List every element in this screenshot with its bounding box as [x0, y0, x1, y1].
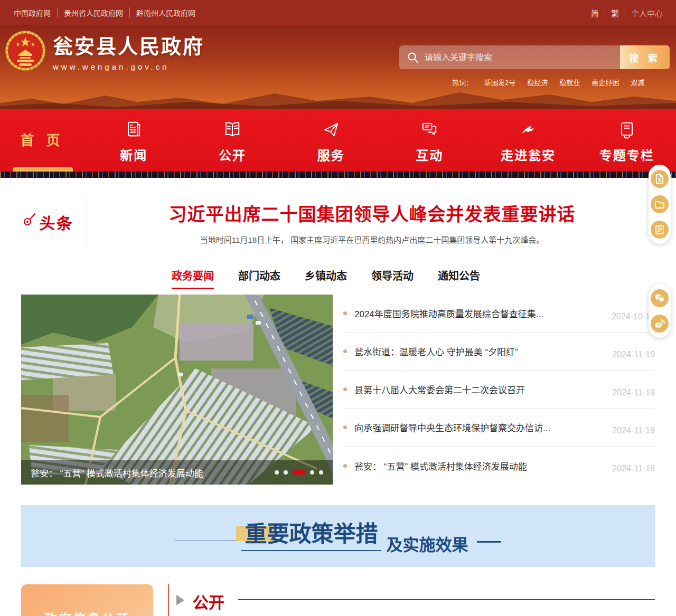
policy-banner[interactable]: 重要政策举措 及实施效果 [21, 505, 655, 567]
carousel-dot[interactable] [275, 470, 279, 475]
news-row[interactable]: 瓮安： “五营” 模式激活村集体经济发展动能 2024-11-18 [343, 447, 655, 485]
policy-banner-subtitle: 及实施效果 [387, 532, 468, 555]
topbar: 中国政府网 贵州省人民政府网 黔南州人民政府网 简 繁 个人中心 [0, 0, 676, 25]
news-date: 2024-11-19 [612, 350, 655, 359]
nav-item-news[interactable]: 新闻 [84, 109, 183, 172]
red-vertical-divider [168, 584, 169, 616]
news-title: 瓮水街道：温暖老人心 守护最美 “夕阳红” [354, 345, 603, 358]
news-doc-icon[interactable] [651, 221, 669, 239]
nav-label: 服务 [317, 145, 345, 164]
carousel-dot[interactable] [284, 470, 288, 475]
carousel-dots [275, 470, 323, 475]
pin-icon [22, 211, 37, 227]
news-date: 2024-11-19 [612, 426, 655, 435]
wechat-icon[interactable] [651, 289, 669, 307]
newspaper-icon [123, 119, 144, 140]
nav-label: 公开 [219, 145, 246, 164]
news-title: 向承强调研督导中央生态环境保护督察交办信访... [354, 421, 603, 434]
link-guizhou-gov[interactable]: 贵州省人民政府网 [57, 7, 129, 18]
carousel-dot-active[interactable] [293, 470, 305, 475]
paper-plane-icon [321, 119, 342, 140]
user-links: 简 繁 个人中心 [585, 7, 669, 18]
news-row[interactable]: 县第十八届人大常委会第二十二次会议召开 2024-11-19 [343, 371, 655, 409]
brand-text: 瓮安县人民政府 www.wengan.gov.cn [53, 30, 204, 71]
hot-words-label: 热词： [452, 77, 473, 87]
chat-bubbles-icon [419, 119, 440, 140]
headline-badge: 头条 [11, 211, 84, 234]
bullet-dot [343, 387, 347, 391]
carousel-caption-bar: 瓮安： “五营” 模式激活村集体经济发展动能 [21, 460, 333, 485]
hot-word[interactable]: 稳就业 [559, 77, 580, 87]
link-qiannan-gov[interactable]: 黔南州人民政府网 [129, 7, 202, 18]
carousel[interactable]: 瓮安： “五营” 模式激活村集体经济发展动能 [21, 295, 333, 485]
news-title: 县第十八届人大常委会第二十二次会议召开 [354, 383, 603, 396]
news-tabs: 政务要闻 部门动态 乡镇动态 领导活动 通知公告 [0, 268, 676, 289]
headline-subtitle: 当地时间11月18日上午， 国家主席习近平在巴西里约热内卢出席二十国集团领导人第… [89, 234, 655, 245]
hot-words-row: 热词： 新国发2号 稳经济 稳就业 惠企纾困 双减 [399, 77, 670, 87]
nav-label: 互动 [416, 145, 443, 164]
red-horizontal-rule [238, 599, 655, 600]
news-row[interactable]: 2024年度国务院推动高质量发展综合督查征集... 2024-10-16 [343, 295, 655, 333]
carousel-dot[interactable] [319, 470, 323, 475]
floating-tools-top [649, 165, 671, 244]
site-brand[interactable]: 瓮安县人民政府 www.wengan.gov.cn [4, 30, 204, 72]
tab-tongzhi-gonggao[interactable]: 通知公告 [438, 268, 480, 289]
news-row[interactable]: 向承强调研督导中央生态环境保护督察交办信访... 2024-11-19 [343, 409, 655, 447]
bullet-dot [343, 349, 347, 353]
nav-label: 走进瓮安 [501, 145, 556, 164]
bullet-dot [343, 311, 347, 315]
banner-left-line [175, 540, 239, 541]
nav-item-open[interactable]: 公开 [183, 109, 282, 172]
hot-word[interactable]: 新国发2号 [484, 77, 515, 87]
tab-xiangzhen-dongtai[interactable]: 乡镇动态 [305, 268, 347, 289]
national-emblem-logo [4, 30, 46, 72]
document-icon[interactable] [651, 170, 669, 188]
bullet-dot [343, 425, 347, 429]
carousel-caption[interactable]: 瓮安： “五营” 模式激活村集体经济发展动能 [31, 466, 275, 479]
lang-traditional[interactable]: 繁 [605, 7, 625, 18]
nav-label: 专题专栏 [599, 145, 654, 164]
headline-badge-label: 头条 [39, 211, 74, 234]
bullet-dot [343, 464, 347, 468]
news-columns: 瓮安： “五营” 模式激活村集体经济发展动能 2024年度国务院推动高质量发展综… [0, 289, 676, 485]
folder-icon[interactable] [651, 195, 669, 213]
policy-banner-inner: 重要政策举措 及实施效果 [175, 505, 501, 567]
search-button[interactable]: 搜 索 [620, 45, 670, 69]
tab-zhengwu-yaowen[interactable]: 政务要闻 [172, 268, 214, 289]
news-title: 瓮安： “五营” 模式激活村集体经济发展动能 [354, 459, 603, 472]
tab-bumen-dongtai[interactable]: 部门动态 [238, 268, 280, 289]
link-china-gov[interactable]: 中国政府网 [7, 7, 57, 18]
main-navigation: 首 页 新闻 公开 [0, 109, 676, 172]
floating-tools-share [649, 284, 671, 338]
gov-info-disclosure-button[interactable]: 政府信息公开 [21, 584, 153, 616]
nav-item-interaction[interactable]: 互动 [380, 109, 479, 172]
open-section-title[interactable]: 公开 [193, 590, 224, 616]
tab-lingdao-huodong[interactable]: 领导活动 [371, 268, 414, 289]
weibo-icon[interactable] [651, 315, 669, 333]
open-section: 政府信息公开 公开 [0, 584, 676, 616]
arrow-right-icon [176, 595, 184, 605]
hot-word[interactable]: 惠企纾困 [592, 77, 619, 87]
personal-center-link[interactable]: 个人中心 [625, 7, 669, 18]
open-book-icon [222, 119, 243, 140]
lang-simplified[interactable]: 简 [585, 7, 605, 18]
page: 中国政府网 贵州省人民政府网 黔南州人民政府网 简 繁 个人中心 [0, 0, 676, 616]
headline-main: 习近平出席二十国集团领导人峰会并发表重要讲话 当地时间11月18日上午， 国家主… [89, 200, 655, 245]
nav-item-services[interactable]: 服务 [281, 109, 380, 172]
nav-item-home[interactable]: 首 页 [0, 109, 84, 172]
search-box: 搜 索 [399, 45, 670, 69]
news-list: 2024年度国务院推动高质量发展综合督查征集... 2024-10-16 瓮水街… [343, 295, 655, 485]
headline-title[interactable]: 习近平出席二十国集团领导人峰会并发表重要讲话 [89, 200, 655, 226]
nav-label: 新闻 [120, 145, 147, 164]
news-row[interactable]: 瓮水街道：温暖老人心 守护最美 “夕阳红” 2024-11-19 [343, 333, 655, 371]
search-area: 搜 索 热词： 新国发2号 稳经济 稳就业 惠企纾困 双减 [399, 45, 670, 87]
nav-item-special-columns[interactable]: 专题专栏 [577, 109, 676, 172]
search-input[interactable] [425, 53, 620, 62]
carousel-dot[interactable] [310, 470, 314, 475]
nav-item-about-wengan[interactable]: 走进瓮安 [479, 109, 578, 172]
hot-word[interactable]: 双减 [631, 77, 644, 87]
aerial-farmland-photo [21, 295, 333, 485]
search-icon [407, 51, 419, 64]
hot-word[interactable]: 稳经济 [527, 77, 548, 87]
banner-dash [477, 541, 501, 543]
